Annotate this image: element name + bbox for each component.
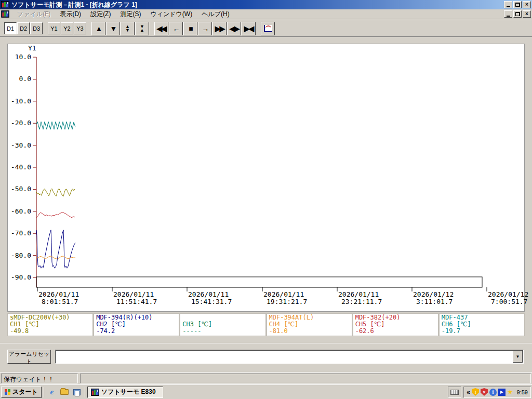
expand-vertical-button[interactable]: ▲ ▼: [121, 22, 135, 35]
legend-value: -81.0: [269, 328, 350, 335]
security-alert-shield-icon[interactable]: ×: [481, 388, 488, 396]
legend-cell-ch4: MDF-394AT(L)CH4 [℃]-81.0: [267, 314, 352, 336]
menu-items: ファイル(F)表示(D)設定(Z)測定(S)ウィンドウ(W)ヘルプ(H): [12, 9, 504, 19]
legend-cell-ch3: CH3 [℃]-----: [180, 314, 265, 336]
taskbar-divider: [44, 387, 44, 397]
y1-button[interactable]: Y1: [48, 22, 60, 34]
legend-cell-ch1: sMDF-DC200V(+30)CH1 [℃]-49.8: [8, 314, 92, 336]
y-tick-label: -50.0: [11, 185, 31, 193]
status-extra: [80, 374, 531, 383]
taskbar-app-button[interactable]: ソフトサーモ E830: [87, 387, 163, 398]
application-window: ソフトサーモ計測－計測1 - [折れ線グラフ 1] × ファイル(F)表示(D)…: [0, 0, 532, 399]
tray-clock: 9:59: [517, 389, 528, 395]
show-desktop-icon[interactable]: [72, 388, 82, 397]
menu-bar: ファイル(F)表示(D)設定(Z)測定(S)ウィンドウ(W)ヘルプ(H) ×: [0, 9, 532, 19]
update-star-icon[interactable]: ★: [507, 389, 513, 395]
menu-window[interactable]: ウィンドウ(W): [145, 9, 197, 19]
menu-settings[interactable]: 設定(Z): [86, 9, 115, 19]
menu-file[interactable]: ファイル(F): [12, 9, 55, 19]
keyboard-tray-panel[interactable]: [448, 387, 461, 398]
info-balloon-icon[interactable]: i: [489, 389, 497, 396]
toolbar-group-time-navigation: ◀◀←■→▶▶◀▶▶◀: [154, 22, 256, 35]
status-bar: 保存ウェイト！！: [0, 372, 532, 384]
graph-settings-button[interactable]: [261, 22, 275, 35]
x-tick-time: 3:11:01.7: [416, 298, 453, 305]
legend-cell-ch6: MDF-437CH6 [℃]-19.7: [440, 314, 524, 336]
security-warning-shield-icon[interactable]: !: [472, 388, 479, 396]
y-tick-label: -10.0: [11, 97, 31, 105]
line-chart: Y110.00.0-10.0-20.0-30.0-40.0-50.0-60.0-…: [7, 44, 525, 312]
media-play-icon[interactable]: ▶: [498, 389, 506, 396]
scroll-down-button[interactable]: ▼: [106, 22, 120, 35]
fast-backward-button[interactable]: ◀◀: [154, 22, 168, 35]
expand-horizontal-button[interactable]: ◀▶: [227, 22, 241, 35]
taskbar-app-label: ソフトサーモ E830: [101, 388, 156, 396]
y-tick-label: -80.0: [11, 251, 31, 259]
toolbar-group-display-pages: D1D2D3: [4, 22, 43, 34]
fast-forward-button[interactable]: ▶▶: [212, 22, 227, 35]
y-tick-label: -30.0: [11, 141, 31, 149]
menu-help[interactable]: ヘルプ(H): [197, 9, 234, 19]
child-window-icon[interactable]: [1, 10, 9, 17]
step-backward-button[interactable]: ←: [169, 22, 183, 35]
x-tick-date: 2026/01/12: [488, 290, 528, 298]
minimize-button[interactable]: [504, 1, 512, 8]
keyboard-icon: [450, 390, 459, 395]
x-tick-date: 2026/01/11: [188, 290, 229, 298]
x-tick-time: 23:21:11.7: [341, 298, 382, 305]
y-tick-label: 10.0: [15, 53, 31, 61]
child-restore-button[interactable]: [513, 10, 522, 18]
menu-measure[interactable]: 測定(S): [115, 9, 145, 19]
legend-value: -49.8: [10, 328, 90, 335]
y-tick-label: -90.0: [11, 273, 31, 281]
d1-button[interactable]: D1: [4, 22, 17, 34]
start-button[interactable]: スタート: [1, 387, 42, 398]
client-area: Y110.00.0-10.0-20.0-30.0-40.0-50.0-60.0-…: [0, 37, 532, 372]
y-tick-label: -70.0: [11, 229, 31, 237]
y-tick-label: -60.0: [11, 207, 31, 215]
x-tick-date: 2026/01/11: [113, 290, 154, 298]
folder-icon[interactable]: [60, 388, 69, 397]
restore-button[interactable]: [513, 1, 522, 8]
windows-logo-icon: [5, 389, 11, 395]
d2-button[interactable]: D2: [17, 22, 30, 34]
stop-button[interactable]: ■: [183, 22, 197, 35]
scroll-up-button[interactable]: ▲: [91, 22, 105, 35]
menu-view[interactable]: 表示(D): [55, 9, 86, 19]
step-forward-button[interactable]: →: [198, 22, 212, 35]
toolbar-group-vertical-scroll: ▲▼▲ ▼▼ ▲: [91, 22, 150, 35]
y-tick-label: 0.0: [19, 75, 31, 83]
x-tick-time: 8:01:51.7: [42, 298, 78, 305]
quick-launch: e: [46, 388, 83, 397]
legend-cell-ch5: MDF-382(+20)CH5 [℃]-62.6: [353, 314, 438, 336]
legend-value: -74.2: [96, 328, 177, 335]
status-message: 保存ウェイト！！: [1, 374, 78, 383]
compress-vertical-button[interactable]: ▼ ▲: [135, 22, 149, 35]
window-controls: ×: [504, 1, 531, 8]
compress-horizontal-button[interactable]: ▶◀: [242, 22, 256, 35]
d3-button[interactable]: D3: [30, 22, 43, 34]
combobox-dropdown-button[interactable]: ▼: [513, 351, 523, 363]
graph-icon: [264, 25, 272, 32]
legend-cell-ch2: MDF-394(R)(+10)CH2 [℃]-74.2: [94, 314, 179, 336]
alarm-reset-button[interactable]: アラームリセット: [7, 350, 51, 364]
close-button[interactable]: ×: [523, 1, 531, 8]
hide-icons-chevron[interactable]: «: [467, 389, 470, 396]
toolbar-group-y-axis-pages: Y1Y2Y3: [48, 22, 87, 34]
x-axis-band: [36, 277, 482, 287]
y-tick-label: -20.0: [11, 119, 31, 127]
y-axis-label: Y1: [28, 44, 36, 52]
x-tick-time: 15:41:31.7: [191, 298, 232, 305]
internet-explorer-icon[interactable]: e: [47, 388, 57, 397]
y2-button[interactable]: Y2: [61, 22, 73, 34]
start-label: スタート: [12, 388, 38, 396]
window-title: ソフトサーモ計測－計測1 - [折れ線グラフ 1]: [11, 1, 504, 9]
legend-value: -62.6: [355, 328, 436, 335]
legend-value: -----: [182, 328, 263, 335]
chart-panel: Y110.00.0-10.0-20.0-30.0-40.0-50.0-60.0-…: [7, 44, 525, 312]
system-tray: «!×i▶★9:59: [463, 387, 531, 398]
child-close-button[interactable]: ×: [523, 10, 531, 18]
y3-button[interactable]: Y3: [74, 22, 86, 34]
child-minimize-button[interactable]: [504, 10, 512, 18]
alarm-combobox[interactable]: ▼: [55, 350, 524, 364]
